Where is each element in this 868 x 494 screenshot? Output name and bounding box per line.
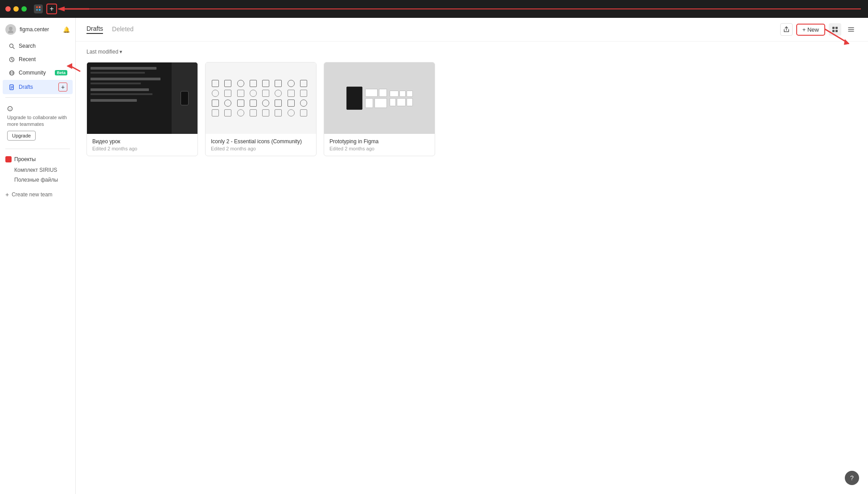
svg-point-5: [9, 27, 12, 30]
notification-bell-icon[interactable]: 🔔: [63, 26, 70, 33]
team-project-1[interactable]: Комплект SIRIUS: [0, 165, 75, 175]
figma-icon: [34, 4, 43, 13]
svg-rect-20: [835, 27, 838, 29]
tab-deleted[interactable]: Deleted: [112, 25, 133, 33]
file-info-2: Iconly 2 - Essential icons (Community) E…: [206, 134, 316, 156]
file-meta-1: Edited 2 months ago: [92, 146, 192, 151]
maximize-button[interactable]: [21, 6, 27, 12]
sidebar-item-community[interactable]: Community Beta: [3, 66, 73, 79]
svg-point-7: [9, 44, 13, 47]
main-layout: figma.center 🔔 Search Recent: [0, 18, 868, 494]
sidebar-item-recent[interactable]: Recent: [3, 53, 73, 66]
team-header[interactable]: Проекты: [0, 154, 75, 165]
file-card-2[interactable]: Iconly 2 - Essential icons (Community) E…: [205, 62, 317, 156]
file-name-3: Prototyping in Figma: [329, 138, 429, 145]
sidebar: figma.center 🔔 Search Recent: [0, 18, 76, 494]
search-label: Search: [19, 43, 67, 49]
file-meta-3: Edited 2 months ago: [329, 146, 429, 151]
new-tab-button[interactable]: +: [46, 4, 57, 14]
svg-point-6: [8, 30, 13, 33]
sort-bar[interactable]: Last modified ▾: [86, 49, 857, 55]
sidebar-item-drafts[interactable]: Drafts +: [3, 80, 73, 94]
file-card-3[interactable]: Prototyping in Figma Edited 2 months ago: [324, 62, 435, 156]
drafts-label: Drafts: [19, 84, 55, 90]
drafts-add-button[interactable]: +: [58, 83, 67, 91]
file-info-3: Prototyping in Figma Edited 2 months ago: [324, 134, 435, 156]
sidebar-divider-2: [5, 149, 70, 149]
tab-bar-line: [62, 8, 861, 9]
team-project-2[interactable]: Полезные файлы: [0, 175, 75, 185]
sidebar-item-search[interactable]: Search: [3, 40, 73, 52]
create-team[interactable]: + Create new team: [0, 188, 75, 201]
file-icon: [8, 83, 15, 91]
file-thumbnail-2: [206, 62, 316, 134]
file-name-2: Iconly 2 - Essential icons (Community): [211, 138, 311, 145]
profile-name: figma.center: [20, 26, 59, 33]
svg-rect-4: [39, 9, 41, 11]
svg-text:i: i: [10, 107, 11, 111]
close-button[interactable]: [5, 6, 11, 12]
file-thumbnail-1: [87, 62, 197, 134]
traffic-lights: [5, 6, 27, 12]
file-grid: Видео урок Edited 2 months ago: [86, 62, 857, 156]
team-color-icon: [5, 156, 12, 162]
content-area: Drafts Deleted + New: [76, 18, 868, 494]
upgrade-button[interactable]: Upgrade: [7, 131, 36, 141]
file-card-1[interactable]: Видео урок Edited 2 months ago: [86, 62, 198, 156]
community-label: Community: [19, 70, 51, 76]
help-button[interactable]: ?: [845, 471, 859, 485]
svg-rect-19: [832, 27, 835, 29]
sort-label[interactable]: Last modified ▾: [86, 49, 122, 55]
avatar: [5, 24, 16, 35]
list-view-button[interactable]: [845, 23, 857, 36]
sidebar-divider: [5, 97, 70, 98]
upgrade-icon: i: [7, 106, 68, 112]
file-thumbnail-3: [324, 62, 435, 134]
upgrade-box: i Upgrade to collaborate with more teamm…: [4, 102, 72, 144]
team-name: Проекты: [14, 156, 36, 162]
team-section: Проекты Комплект SIRIUS Полезные файлы: [0, 152, 75, 187]
beta-badge: Beta: [55, 70, 67, 75]
svg-line-8: [13, 47, 14, 49]
svg-rect-22: [835, 30, 838, 32]
create-team-label: Create new team: [12, 191, 52, 198]
titlebar: +: [0, 0, 868, 18]
search-icon: [8, 42, 15, 50]
recent-label: Recent: [19, 56, 67, 62]
file-info-1: Видео урок Edited 2 months ago: [87, 134, 197, 156]
share-button[interactable]: [780, 23, 793, 36]
upgrade-text: Upgrade to collaborate with more teammat…: [7, 114, 68, 128]
svg-rect-3: [36, 9, 38, 11]
header-actions: + New: [780, 23, 857, 36]
svg-rect-21: [832, 30, 835, 32]
svg-rect-1: [39, 6, 41, 8]
plus-icon: +: [5, 191, 9, 198]
new-button[interactable]: + New: [796, 24, 825, 36]
minimize-button[interactable]: [13, 6, 19, 12]
content-header: Drafts Deleted + New: [76, 18, 868, 42]
clock-icon: [8, 56, 15, 63]
globe-icon: [8, 69, 15, 76]
file-name-1: Видео урок: [92, 138, 192, 145]
svg-rect-0: [36, 6, 38, 8]
files-area: Last modified ▾: [76, 42, 868, 494]
grid-view-button[interactable]: [829, 23, 841, 36]
file-meta-2: Edited 2 months ago: [211, 146, 311, 151]
tab-drafts[interactable]: Drafts: [86, 25, 103, 34]
sidebar-profile[interactable]: figma.center 🔔: [0, 21, 75, 37]
